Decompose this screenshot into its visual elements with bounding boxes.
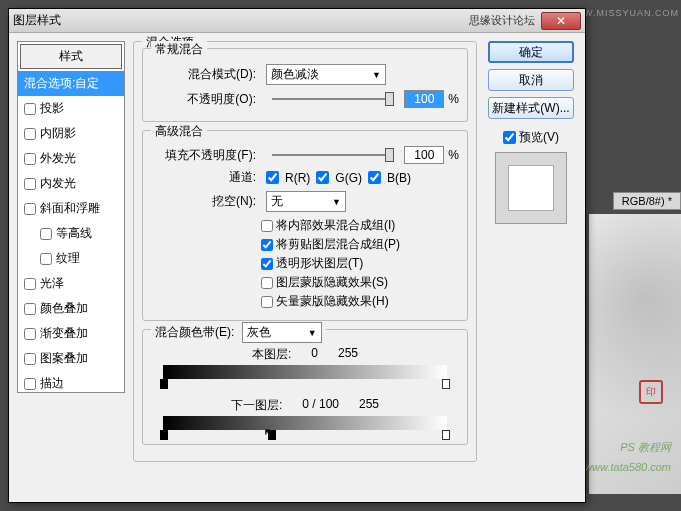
style-item-label: 纹理: [56, 250, 80, 267]
advanced-option-row: 将剪贴图层混合成组(P): [151, 236, 459, 253]
style-item[interactable]: 渐变叠加: [18, 321, 124, 346]
close-icon: ✕: [556, 14, 566, 28]
style-item-label: 颜色叠加: [40, 300, 88, 317]
style-item[interactable]: 图案叠加: [18, 346, 124, 371]
style-item[interactable]: 内发光: [18, 171, 124, 196]
advanced-option-checkbox[interactable]: [261, 258, 273, 270]
style-item[interactable]: 外发光: [18, 146, 124, 171]
advanced-option-row: 矢量蒙版隐藏效果(H): [151, 293, 459, 310]
knockout-label: 挖空(N):: [151, 193, 256, 210]
fill-opacity-input[interactable]: 100: [404, 146, 444, 164]
watermark-line1: PS 教程网: [620, 440, 671, 455]
blend-mode-select[interactable]: 颜色减淡 ▼: [266, 64, 386, 85]
advanced-option-label: 将剪贴图层混合成组(P): [276, 236, 400, 253]
style-checkbox[interactable]: [24, 153, 36, 165]
style-checkbox[interactable]: [24, 328, 36, 340]
preview-checkbox[interactable]: [503, 131, 516, 144]
titlebar[interactable]: 图层样式 思缘设计论坛 ✕: [9, 9, 585, 33]
advanced-blend-group: 高级混合 填充不透明度(F): 100 % 通道: R(R) G(G) B(B): [142, 130, 468, 321]
advanced-option-row: 图层蒙版隐藏效果(S): [151, 274, 459, 291]
knockout-select[interactable]: 无 ▼: [266, 191, 346, 212]
chevron-down-icon: ▼: [372, 70, 381, 80]
advanced-option-label: 图层蒙版隐藏效果(S): [276, 274, 388, 291]
chevron-down-icon: ▼: [308, 328, 317, 338]
under-lo: 0: [302, 397, 309, 411]
opacity-slider[interactable]: [272, 98, 394, 100]
style-item[interactable]: 混合选项:自定: [18, 71, 124, 96]
style-item-label: 光泽: [40, 275, 64, 292]
channel-g-checkbox[interactable]: [316, 171, 329, 184]
under-hi: 255: [359, 397, 379, 414]
grad-stop-black[interactable]: [160, 379, 168, 389]
pct-label: %: [448, 92, 459, 106]
style-list-header: 样式: [20, 44, 122, 69]
close-button[interactable]: ✕: [541, 12, 581, 30]
document-tab[interactable]: RGB/8#) *: [613, 192, 681, 210]
new-style-button[interactable]: 新建样式(W)...: [488, 97, 574, 119]
layer-style-dialog: 图层样式 思缘设计论坛 ✕ 样式 混合选项:自定投影内阴影外发光内发光斜面和浮雕…: [8, 8, 586, 503]
fill-opacity-slider[interactable]: [272, 154, 394, 156]
channel-r-label: R(R): [285, 171, 310, 185]
advanced-option-row: 将内部效果混合成组(I): [151, 217, 459, 234]
style-item[interactable]: 投影: [18, 96, 124, 121]
under-layer-label: 下一图层:: [231, 397, 282, 414]
style-item[interactable]: 光泽: [18, 271, 124, 296]
style-item-label: 斜面和浮雕: [40, 200, 100, 217]
this-hi: 255: [338, 346, 358, 363]
blend-if-select[interactable]: 灰色 ▼: [242, 322, 322, 343]
style-checkbox[interactable]: [24, 353, 36, 365]
advanced-option-checkbox[interactable]: [261, 239, 273, 251]
advanced-option-checkbox[interactable]: [261, 277, 273, 289]
grad-stop-white[interactable]: [442, 379, 450, 389]
style-checkbox[interactable]: [24, 278, 36, 290]
style-item-label: 混合选项:自定: [24, 75, 99, 92]
opacity-label: 不透明度(O):: [151, 91, 256, 108]
style-item-label: 内阴影: [40, 125, 76, 142]
grad-stop-white[interactable]: [442, 430, 450, 440]
style-item-label: 图案叠加: [40, 350, 88, 367]
style-checkbox[interactable]: [40, 253, 52, 265]
style-checkbox[interactable]: [24, 103, 36, 115]
blend-mode-value: 颜色减淡: [271, 66, 319, 83]
dialog-title: 图层样式: [13, 12, 469, 29]
style-item-label: 投影: [40, 100, 64, 117]
style-checkbox[interactable]: [24, 303, 36, 315]
this-layer-gradient[interactable]: [163, 365, 447, 379]
style-item[interactable]: 颜色叠加: [18, 296, 124, 321]
chevron-down-icon: ▼: [332, 197, 341, 207]
advanced-option-checkbox[interactable]: [261, 296, 273, 308]
style-checkbox[interactable]: [40, 228, 52, 240]
general-blend-group: 常规混合 混合模式(D): 颜色减淡 ▼ 不透明度(O): 100 %: [142, 48, 468, 122]
stamp-icon: 印: [639, 380, 663, 404]
style-item-label: 描边: [40, 375, 64, 392]
style-item[interactable]: 内阴影: [18, 121, 124, 146]
style-item[interactable]: 等高线: [18, 221, 124, 246]
preview-box: [495, 152, 567, 224]
style-checkbox[interactable]: [24, 128, 36, 140]
style-item[interactable]: 斜面和浮雕: [18, 196, 124, 221]
under-layer-gradient[interactable]: [163, 416, 447, 430]
ok-button[interactable]: 确定: [488, 41, 574, 63]
style-item[interactable]: 描边: [18, 371, 124, 396]
advanced-option-checkbox[interactable]: [261, 220, 273, 232]
grad-stop-black[interactable]: [160, 430, 168, 440]
style-item-label: 内发光: [40, 175, 76, 192]
style-checkbox[interactable]: [24, 203, 36, 215]
fill-opacity-label: 填充不透明度(F):: [151, 147, 256, 164]
advanced-blend-title: 高级混合: [151, 123, 207, 140]
preview-swatch: [508, 165, 554, 211]
style-checkbox[interactable]: [24, 378, 36, 390]
style-checkbox[interactable]: [24, 178, 36, 190]
opacity-input[interactable]: 100: [404, 90, 444, 108]
channel-b-label: B(B): [387, 171, 411, 185]
style-list: 样式 混合选项:自定投影内阴影外发光内发光斜面和浮雕等高线纹理光泽颜色叠加渐变叠…: [17, 41, 125, 393]
cancel-button[interactable]: 取消: [488, 69, 574, 91]
blend-if-value: 灰色: [247, 324, 271, 341]
grad-stop-split[interactable]: [268, 430, 276, 440]
this-lo: 0: [311, 346, 318, 363]
style-item-label: 渐变叠加: [40, 325, 88, 342]
style-item[interactable]: 纹理: [18, 246, 124, 271]
channel-b-checkbox[interactable]: [368, 171, 381, 184]
preview-checkbox-row[interactable]: 预览(V): [503, 129, 559, 146]
channel-r-checkbox[interactable]: [266, 171, 279, 184]
